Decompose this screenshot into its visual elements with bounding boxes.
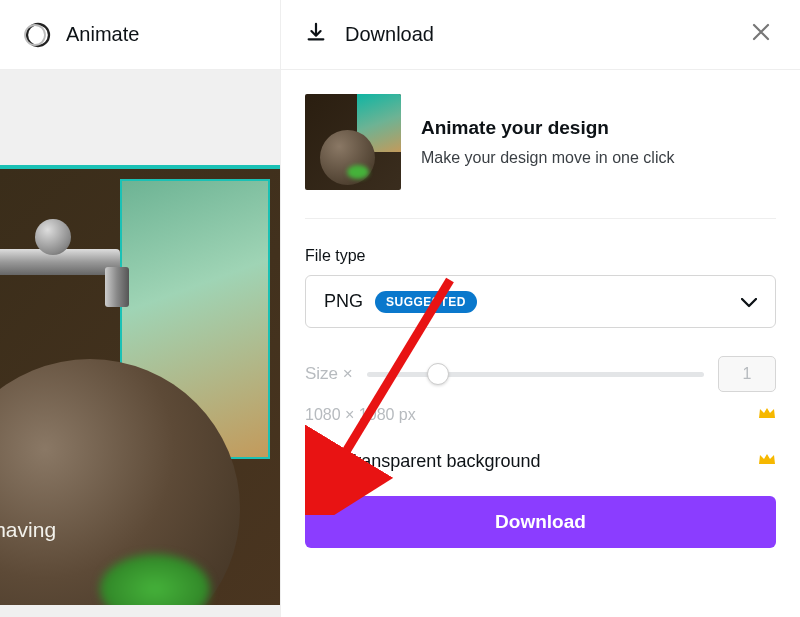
filetype-selected: PNG xyxy=(324,291,363,312)
promo-thumbnail xyxy=(305,94,401,190)
promo-title: Animate your design xyxy=(421,117,674,139)
download-button[interactable]: Download xyxy=(305,496,776,548)
left-pane: li. an having xyxy=(0,70,280,617)
close-button[interactable] xyxy=(746,20,776,50)
transparent-label: Transparent background xyxy=(345,451,540,472)
chevron-down-icon xyxy=(741,290,757,313)
filetype-dropdown[interactable]: PNG SUGGESTED xyxy=(305,275,776,328)
size-input[interactable] xyxy=(718,356,776,392)
animate-label: Animate xyxy=(66,23,139,46)
size-label: Size × xyxy=(305,364,353,384)
slider-thumb[interactable] xyxy=(427,363,449,385)
canvas-faucet xyxy=(0,219,150,309)
transparent-row: Transparent background xyxy=(305,448,776,474)
animate-promo[interactable]: Animate your design Make your design mov… xyxy=(305,94,776,219)
animate-button[interactable]: Animate xyxy=(24,21,139,49)
dimensions-text: 1080 × 1080 px xyxy=(305,406,416,424)
crown-icon xyxy=(758,406,776,424)
size-row: Size × xyxy=(305,356,776,392)
canvas-caption: li. an having xyxy=(0,487,56,544)
canvas-preview[interactable]: li. an having xyxy=(0,165,280,605)
filetype-label: File type xyxy=(305,247,776,265)
download-icon xyxy=(305,21,327,48)
suggested-badge: SUGGESTED xyxy=(375,291,477,313)
transparent-checkbox[interactable] xyxy=(305,448,331,474)
size-slider[interactable] xyxy=(367,362,704,386)
download-panel: Download Animate your design Make your d… xyxy=(280,0,800,617)
download-title: Download xyxy=(345,23,434,46)
download-panel-header: Download xyxy=(281,0,800,70)
promo-subtitle: Make your design move in one click xyxy=(421,149,674,167)
animate-icon xyxy=(24,21,52,49)
crown-icon xyxy=(758,452,776,470)
